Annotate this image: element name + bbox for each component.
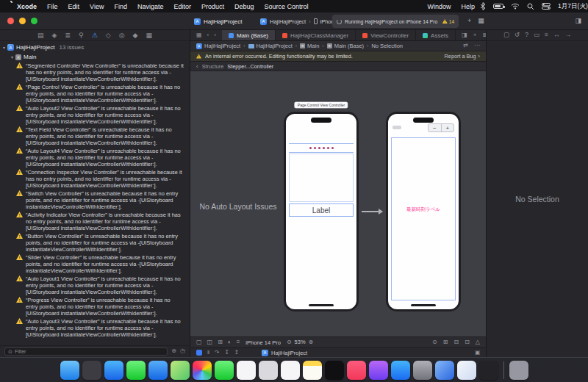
more-icon[interactable]: ⋯	[474, 41, 480, 51]
trash-dock-icon[interactable]	[509, 361, 528, 380]
calendar-dock-icon[interactable]	[237, 361, 256, 380]
step-over-icon[interactable]: ↷	[215, 348, 219, 357]
history-inspector-icon[interactable]: ↺	[514, 30, 520, 40]
editor-tab-viewcontroller[interactable]: ViewController	[356, 30, 416, 40]
add-icon[interactable]: +	[467, 15, 471, 26]
back-chevron-icon[interactable]	[196, 63, 198, 70]
jump-bar-segment[interactable]: AHajiHajiProject	[196, 43, 240, 49]
content-view-outline[interactable]	[289, 154, 354, 202]
launchpad-dock-icon[interactable]	[82, 361, 101, 380]
editor-tab-main-base-[interactable]: Main (Base)	[222, 30, 276, 40]
console-toggle-icon[interactable]: ▣	[475, 348, 480, 357]
messages-dock-icon[interactable]	[126, 361, 146, 380]
facetime-dock-icon[interactable]	[215, 361, 234, 380]
storyboard-canvas[interactable]: No Auto Layout Issues Page Control View …	[190, 71, 486, 336]
issue-row[interactable]: “Segmented Controller View Controller” i…	[0, 62, 190, 83]
music-dock-icon[interactable]	[347, 361, 366, 380]
file-inspector-icon[interactable]: ▢	[503, 30, 509, 40]
jump-bar-segment[interactable]: ✕Main	[300, 43, 319, 49]
editor-tab-hajihajiclassmanager[interactable]: HajiHajiClassManager	[276, 30, 356, 40]
menu-item-find[interactable]: Find	[109, 3, 132, 10]
notes-dock-icon[interactable]	[303, 361, 322, 380]
back-pill[interactable]	[392, 126, 401, 129]
filter-recent-icon[interactable]: ◷	[180, 347, 185, 356]
reports-navigator-icon[interactable]: ▦	[146, 32, 152, 39]
storyboard-group-row[interactable]: Main	[0, 52, 190, 62]
terminal-dock-icon[interactable]	[479, 361, 498, 380]
scene-stepper[interactable]: − + 最新時刻ラベル	[386, 112, 461, 311]
tv-dock-icon[interactable]	[325, 361, 344, 380]
issue-row[interactable]: “Page Control View Controller” is unreac…	[0, 83, 190, 104]
scene-title-chip[interactable]: Page Control View Controller	[295, 102, 348, 108]
zoom-level[interactable]: 53%	[295, 339, 306, 345]
variants-icon[interactable]: ⊞	[218, 338, 223, 347]
label-view[interactable]: Label	[289, 203, 354, 217]
page-control[interactable]	[289, 143, 354, 153]
issue-count-badge[interactable]: 14	[442, 19, 454, 24]
scene-title[interactable]: Stepper...Controller	[227, 63, 273, 70]
breakpoints-navigator-icon[interactable]: ◆	[133, 32, 138, 39]
related-items-icon[interactable]: ▦	[196, 31, 202, 40]
filter-input[interactable]: ⊙ Filter	[4, 347, 168, 356]
issue-row[interactable]: “Auto Layout3 View Controller” is unreac…	[0, 317, 190, 339]
size-inspector-icon[interactable]: ↔	[553, 30, 560, 40]
jump-bar-segment[interactable]: No Selection	[371, 43, 403, 49]
menu-item-window[interactable]: Window	[423, 3, 456, 10]
pin-icon[interactable]: ⊡	[465, 338, 470, 347]
search-icon[interactable]	[527, 3, 534, 10]
safari-dock-icon[interactable]	[104, 361, 123, 380]
system-settings-dock-icon[interactable]	[413, 361, 432, 380]
back-icon[interactable]: ‹	[207, 31, 209, 40]
bluetooth-icon[interactable]	[480, 2, 486, 10]
report-bug-button[interactable]: Report a Bug ›	[445, 53, 480, 60]
issues-navigator-icon[interactable]: ⚠	[92, 32, 98, 39]
battery-icon[interactable]	[493, 4, 503, 9]
stepper-control[interactable]: − +	[428, 123, 454, 132]
appearance-icon[interactable]: ◐	[228, 338, 232, 347]
canvas-device-label[interactable]: iPhone 14 Pro	[245, 339, 281, 346]
minimize-window-button[interactable]	[19, 18, 26, 24]
step-out-icon[interactable]: ↥	[234, 348, 239, 357]
jump-bar-segment[interactable]: HajiHajiProject	[248, 43, 293, 49]
forward-icon[interactable]: ›	[214, 31, 216, 40]
phone-frame[interactable]: − + 最新時刻ラベル	[386, 112, 461, 311]
adapt-icon[interactable]: ≡	[237, 338, 240, 347]
issue-row[interactable]: “Activity Indicator View Controller” is …	[0, 211, 190, 232]
issue-row[interactable]: “Auto Layout2 View Controller” is unreac…	[0, 104, 190, 126]
menu-item-debug[interactable]: Debug	[229, 3, 259, 10]
source-control-navigator-icon[interactable]: ◈	[52, 32, 57, 39]
menu-item-product[interactable]: Product	[196, 3, 229, 10]
menu-item-help[interactable]: Help	[456, 3, 481, 10]
project-row[interactable]: HajiHajiProject 13 issues	[0, 43, 190, 52]
jump-bar-segment[interactable]: ✕Main (Base)	[327, 43, 364, 49]
scene-page-control[interactable]: Page Control View Controller Label	[284, 112, 359, 311]
filter-add-icon[interactable]: ⊕	[171, 347, 176, 356]
swap-icon[interactable]: ⇄	[463, 41, 468, 51]
menu-item-source-control[interactable]: Source Control	[259, 3, 314, 10]
menu-item-edit[interactable]: Edit	[63, 3, 85, 10]
menu-item-view[interactable]: View	[85, 3, 109, 10]
tests-navigator-icon[interactable]: ◇	[106, 32, 111, 39]
menu-item-file[interactable]: File	[42, 3, 63, 10]
xcode-dock-icon[interactable]	[435, 361, 454, 380]
devices-icon[interactable]: ▢	[196, 338, 202, 347]
update-frames-icon[interactable]: ⊙	[432, 338, 437, 347]
menu-bar-clock[interactable]: 1月7日(火) 14:35	[558, 2, 588, 11]
podcasts-dock-icon[interactable]	[369, 361, 388, 380]
stop-icon[interactable]	[196, 350, 202, 356]
add-editor-icon[interactable]: +	[473, 31, 477, 40]
align-icon[interactable]: ⊟	[453, 338, 459, 347]
control-center-icon[interactable]	[542, 3, 551, 10]
finder-dock-icon[interactable]	[60, 361, 79, 380]
photos-dock-icon[interactable]	[193, 361, 212, 380]
simulator-dock-icon[interactable]	[457, 361, 476, 380]
project-navigator-icon[interactable]: ▤	[37, 32, 44, 39]
disclosure-triangle-icon[interactable]	[11, 54, 13, 60]
pause-icon[interactable]: ‖	[207, 348, 209, 357]
close-window-button[interactable]	[7, 18, 14, 24]
zoom-out-button[interactable]: ⊖	[287, 338, 292, 347]
connections-inspector-icon[interactable]: →	[564, 30, 571, 40]
app-store-dock-icon[interactable]	[391, 361, 410, 380]
orientation-icon[interactable]: ◫	[207, 338, 213, 347]
issue-row[interactable]: “Switch View Controller” is unreachable …	[0, 190, 190, 211]
